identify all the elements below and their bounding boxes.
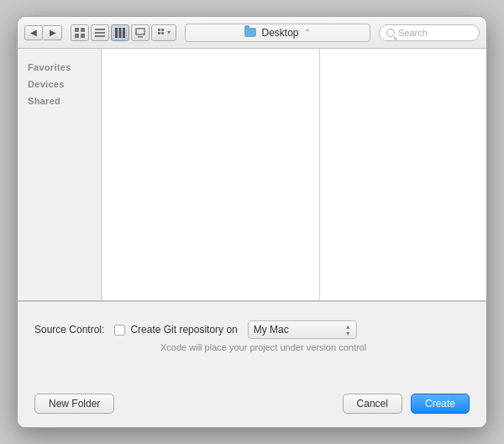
- btn-right-group: Cancel Create: [343, 394, 470, 414]
- svg-rect-7: [115, 28, 118, 38]
- search-bar[interactable]: Search: [379, 24, 480, 41]
- dropdown-value: My Mac: [254, 324, 342, 336]
- grid-dots-icon: [158, 29, 166, 37]
- checkbox-container: Create Git repository on: [114, 324, 237, 336]
- svg-rect-6: [95, 35, 105, 37]
- svg-rect-9: [123, 28, 125, 38]
- svg-rect-5: [95, 32, 105, 34]
- file-column-2: [320, 49, 486, 300]
- folder-icon: [244, 28, 256, 37]
- source-control-row: Source Control: Create Git repository on…: [18, 302, 486, 339]
- svg-rect-4: [95, 29, 105, 30]
- sidebar-shared-label: Shared: [18, 92, 101, 109]
- dropdown-up-arrow: ▲: [345, 324, 351, 330]
- save-dialog: ◀ ▶: [17, 16, 487, 428]
- svg-rect-2: [75, 34, 79, 38]
- location-label: Desktop: [261, 27, 298, 39]
- svg-rect-10: [136, 29, 144, 34]
- svg-rect-11: [138, 36, 143, 38]
- sidebar-favorites-label: Favorites: [18, 59, 101, 76]
- search-placeholder: Search: [398, 28, 428, 38]
- svg-rect-1: [81, 28, 85, 32]
- create-button[interactable]: Create: [411, 394, 470, 414]
- toolbar: ◀ ▶: [18, 17, 486, 49]
- back-button[interactable]: ◀: [24, 25, 43, 40]
- location-arrow-icon: ⌃: [304, 28, 311, 37]
- view-more-button[interactable]: ▾: [151, 24, 176, 41]
- sidebar-devices-label: Devices: [18, 76, 101, 92]
- svg-rect-13: [161, 29, 164, 31]
- search-icon: [386, 29, 395, 37]
- columns-view-icon: [115, 28, 125, 38]
- svg-rect-14: [158, 32, 160, 34]
- git-repository-checkbox[interactable]: [114, 325, 125, 336]
- cancel-button[interactable]: Cancel: [343, 394, 402, 414]
- svg-rect-15: [161, 32, 164, 34]
- list-view-icon: [95, 28, 105, 38]
- new-folder-button[interactable]: New Folder: [34, 394, 114, 414]
- bottom-panel: Source Control: Create Git repository on…: [18, 301, 486, 427]
- main-content: Favorites Devices Shared: [18, 49, 486, 301]
- cover-view-icon: [135, 28, 145, 38]
- view-columns-button[interactable]: [111, 24, 129, 41]
- forward-button[interactable]: ▶: [44, 25, 62, 40]
- view-buttons: ▾: [71, 24, 176, 41]
- nav-buttons: ◀ ▶: [24, 25, 62, 40]
- source-control-hint: Xcode will place your project under vers…: [18, 339, 486, 352]
- svg-rect-3: [81, 34, 85, 38]
- view-icon-button[interactable]: [71, 24, 89, 41]
- back-icon: ◀: [30, 28, 37, 37]
- svg-rect-12: [158, 29, 160, 31]
- forward-icon: ▶: [50, 28, 56, 37]
- svg-rect-0: [75, 28, 79, 32]
- grid-view-icon: [75, 28, 85, 38]
- dropdown-down-arrow: ▼: [345, 330, 351, 336]
- view-list-button[interactable]: [91, 24, 109, 41]
- file-column-1: [102, 49, 320, 300]
- bottom-buttons: New Folder Cancel Create: [18, 394, 486, 414]
- mac-dropdown[interactable]: My Mac ▲ ▼: [248, 320, 357, 339]
- svg-rect-8: [119, 28, 122, 38]
- view-cover-button[interactable]: [131, 24, 150, 41]
- file-browser: [102, 49, 486, 300]
- git-repository-label: Create Git repository on: [130, 324, 237, 336]
- sidebar: Favorites Devices Shared: [18, 49, 102, 300]
- dropdown-chevron-icon: ▾: [167, 29, 171, 36]
- dropdown-arrows-icon: ▲ ▼: [345, 324, 351, 336]
- location-bar[interactable]: Desktop ⌃: [185, 24, 370, 42]
- source-control-label: Source Control:: [34, 324, 104, 336]
